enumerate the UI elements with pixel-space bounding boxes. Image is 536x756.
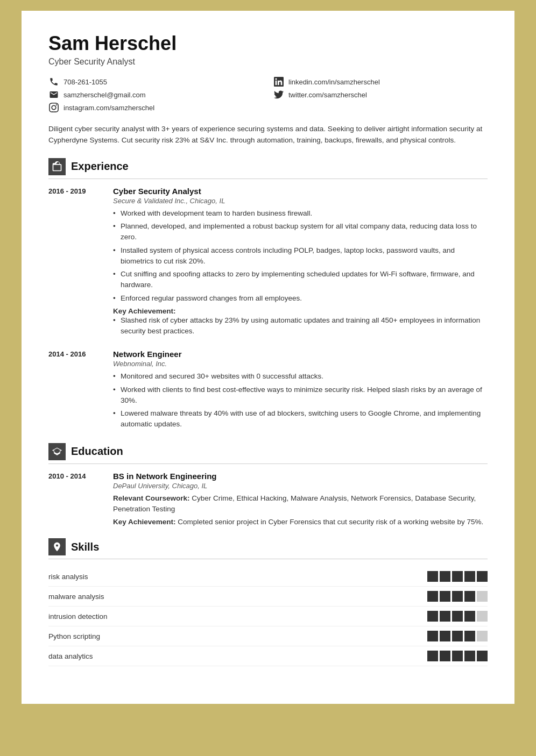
- skill-name-4: data analytics: [48, 652, 93, 660]
- experience-entry-2: 2014 - 2016 Network Engineer Webnominal,…: [48, 350, 488, 432]
- skill-name-2: intrusion detection: [48, 612, 108, 621]
- education-title: Education: [71, 445, 123, 458]
- skill-bar-3-1: [440, 631, 450, 641]
- bullet-2-3: Lowered malware threats by 40% with use …: [113, 408, 488, 430]
- edu-achievement-1: Key Achievement: Completed senior projec…: [113, 517, 488, 527]
- education-dates-1: 2010 - 2014: [48, 472, 102, 528]
- skills-section: Skills risk analysismalware analysisintr…: [48, 538, 488, 666]
- skill-bar-1-1: [440, 591, 450, 602]
- experience-title: Experience: [71, 160, 129, 173]
- education-entry-1: 2010 - 2014 BS in Network Engineering De…: [48, 472, 488, 528]
- skill-bar-0-1: [440, 571, 450, 582]
- job-title-2: Network Engineer: [113, 350, 488, 359]
- skill-bars-1: [427, 591, 488, 602]
- company-2: Webnominal, Inc.: [113, 360, 488, 368]
- instagram-text: instagram.com/samzherschel: [64, 104, 154, 112]
- experience-content-2: Network Engineer Webnominal, Inc. Monito…: [113, 350, 488, 432]
- skill-bars-2: [427, 611, 488, 622]
- candidate-name: Sam Herschel: [48, 32, 488, 55]
- skill-bar-1-4: [477, 591, 488, 602]
- skill-row-4: data analytics: [48, 646, 488, 666]
- skill-bars-4: [427, 651, 488, 661]
- skill-bar-2-4: [477, 611, 488, 622]
- skill-bar-1-2: [452, 591, 463, 602]
- bullet-2-1: Monitored and secured 30+ websites with …: [113, 371, 488, 382]
- bullet-1-3: Installed system of physical access cont…: [113, 245, 488, 267]
- skill-bar-0-2: [452, 571, 463, 582]
- twitter-text: twitter.com/samzherschel: [288, 91, 367, 99]
- bullet-1-5: Enforced regular password changes from a…: [113, 293, 488, 304]
- contact-linkedin: linkedin.com/in/samzherschel: [273, 76, 488, 87]
- skill-bar-2-1: [440, 611, 450, 622]
- skills-title: Skills: [71, 541, 99, 553]
- skill-bar-4-2: [452, 651, 463, 661]
- skill-name-0: risk analysis: [48, 573, 88, 581]
- experience-section: Experience 2016 - 2019 Cyber Security An…: [48, 158, 488, 432]
- bullet-1-4: Cut sniffing and spoofing attacks to zer…: [113, 269, 488, 291]
- skill-row-0: risk analysis: [48, 567, 488, 587]
- job-title-1: Cyber Security Analyst: [113, 187, 488, 196]
- company-1: Secure & Validated Inc., Chicago, IL: [113, 197, 488, 205]
- skills-icon: [48, 538, 66, 555]
- skill-bar-4-3: [464, 651, 475, 661]
- linkedin-icon: [273, 76, 284, 87]
- skill-bar-2-0: [427, 611, 438, 622]
- contact-phone: 708-261-1055: [48, 76, 263, 87]
- skill-bar-3-4: [477, 631, 488, 641]
- education-section: Education 2010 - 2014 BS in Network Engi…: [48, 443, 488, 528]
- education-icon: [48, 443, 66, 460]
- summary-text: Diligent cyber security analyst with 3+ …: [48, 124, 488, 146]
- skills-list: risk analysismalware analysisintrusion d…: [48, 567, 488, 666]
- skill-bar-4-4: [477, 651, 488, 661]
- bullets-1: Worked with development team to harden b…: [113, 208, 488, 304]
- contact-grid: 708-261-1055 linkedin.com/in/samzhersche…: [48, 76, 488, 113]
- experience-dates-1: 2016 - 2019: [48, 187, 102, 339]
- skill-bar-2-3: [464, 611, 475, 622]
- bullet-2-2: Worked with clients to find best cost-ef…: [113, 384, 488, 406]
- key-achievement-bullets-1: Slashed risk of cyber attacks by 23% by …: [113, 315, 488, 337]
- education-header: Education: [48, 443, 488, 464]
- instagram-icon: [48, 102, 59, 113]
- skill-bars-0: [427, 571, 488, 582]
- twitter-icon: [273, 89, 284, 100]
- email-text: samzherschel@gmail.com: [64, 91, 146, 99]
- contact-twitter: twitter.com/samzherschel: [273, 89, 488, 100]
- skill-name-3: Python scripting: [48, 632, 100, 640]
- skill-bars-3: [427, 631, 488, 641]
- key-achievement-1-label: Key Achievement:: [113, 307, 488, 315]
- skill-name-1: malware analysis: [48, 593, 104, 601]
- phone-text: 708-261-1055: [64, 78, 107, 86]
- experience-icon: [48, 158, 66, 175]
- candidate-title: Cyber Security Analyst: [48, 57, 488, 67]
- skill-row-1: malware analysis: [48, 587, 488, 607]
- resume-document: Sam Herschel Cyber Security Analyst 708-…: [22, 11, 514, 704]
- experience-content-1: Cyber Security Analyst Secure & Validate…: [113, 187, 488, 339]
- linkedin-text: linkedin.com/in/samzherschel: [288, 78, 380, 86]
- skill-bar-0-0: [427, 571, 438, 582]
- education-content-1: BS in Network Engineering DePaul Univers…: [113, 472, 488, 528]
- skill-bar-0-3: [464, 571, 475, 582]
- experience-dates-2: 2014 - 2016: [48, 350, 102, 432]
- phone-icon: [48, 76, 59, 87]
- skill-row-2: intrusion detection: [48, 607, 488, 626]
- skill-bar-1-0: [427, 591, 438, 602]
- experience-entry-1: 2016 - 2019 Cyber Security Analyst Secur…: [48, 187, 488, 339]
- bullets-2: Monitored and secured 30+ websites with …: [113, 371, 488, 430]
- skill-bar-3-2: [452, 631, 463, 641]
- skill-bar-1-3: [464, 591, 475, 602]
- edu-coursework-1: Relevant Coursework: Cyber Crime, Ethica…: [113, 493, 488, 515]
- degree-1: BS in Network Engineering: [113, 472, 488, 481]
- bullet-1-2: Planned, developed, and implemented a ro…: [113, 221, 488, 243]
- skill-row-3: Python scripting: [48, 626, 488, 646]
- contact-instagram: instagram.com/samzherschel: [48, 102, 263, 113]
- key-achievement-1: Slashed risk of cyber attacks by 23% by …: [113, 315, 488, 337]
- school-1: DePaul University, Chicago, IL: [113, 482, 488, 490]
- skill-bar-4-0: [427, 651, 438, 661]
- skills-header: Skills: [48, 538, 488, 559]
- skill-bar-2-2: [452, 611, 463, 622]
- experience-header: Experience: [48, 158, 488, 179]
- skill-bar-0-4: [477, 571, 488, 582]
- skill-bar-4-1: [440, 651, 450, 661]
- email-icon: [48, 89, 59, 100]
- bullet-1-1: Worked with development team to harden b…: [113, 208, 488, 219]
